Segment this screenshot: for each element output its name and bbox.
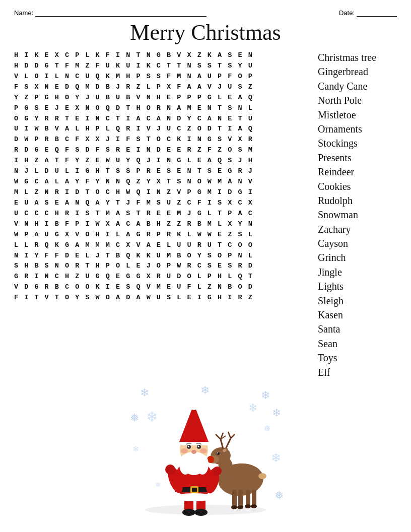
word-list-item: Santa — [318, 322, 397, 336]
grid-row: S H B S N O R T H P O L E J O P W R C S … — [14, 261, 308, 272]
svg-rect-17 — [232, 490, 237, 507]
grid-row: G R I N C H Z U G Q E G G X R U D O L P … — [14, 272, 308, 282]
grid-row: V D G R B C O O K I E S Q V M E U F L Z … — [14, 282, 308, 293]
grid-row: O G Y R R T E I N C T I A C A N D Y C A … — [14, 114, 308, 124]
grid-row: V L O I L N C U Q K M H P S S F M N A U … — [14, 72, 308, 82]
puzzle-section: H I K E X C P L K F I N T N G B V X Z K … — [14, 50, 308, 379]
grid-row: U I W B V A L H P L Q R I V J U C Z O D … — [14, 124, 308, 135]
svg-point-21 — [231, 505, 237, 509]
date-label: Date: — [339, 9, 355, 17]
grid-row: P G S E J E X N O Q D T H O R N A M E N … — [14, 103, 308, 114]
word-list-item: Elf — [318, 365, 397, 379]
svg-point-55 — [200, 448, 207, 453]
grid-row: I H Z A T F Y Z E W U Y Q J I N G L E A … — [14, 156, 308, 166]
grid-row: H D D G T F M Z F U K U I K C T T N S S … — [14, 61, 308, 72]
word-list-item: Cayson — [318, 236, 397, 250]
grid-row: D W P R B C F X X J I F S T O C K I N G … — [14, 135, 308, 145]
word-list-item: Toys — [318, 351, 397, 365]
word-list-item: Presents — [318, 151, 397, 165]
grid-row: W G C A L A Y F Y N N Q Z Y X T S N O W … — [14, 177, 308, 187]
svg-text:❄: ❄ — [132, 445, 139, 453]
word-list-item: Snowman — [318, 208, 397, 222]
header: Name: Date: — [14, 9, 397, 17]
svg-point-34 — [174, 493, 214, 501]
word-list-item: Reindeer — [318, 165, 397, 179]
word-list-item: North Pole — [318, 93, 397, 107]
word-list-item: Sean — [318, 337, 397, 351]
name-underline — [35, 10, 207, 17]
svg-line-13 — [228, 432, 231, 438]
name-label: Name: — [14, 9, 33, 17]
grid-row: H I K E X C P L K F I N T N G B V X Z K … — [14, 50, 308, 61]
svg-point-48 — [184, 453, 194, 458]
grid-row: N I Y F F D E L J T B Q K K U M B O Y S … — [14, 251, 308, 261]
svg-point-28 — [182, 509, 195, 516]
grid-row: U C C C H R I S T M A S T R E E M J G L … — [14, 209, 308, 219]
date-field: Date: — [339, 9, 397, 17]
word-list-item: Christmas tree — [318, 50, 397, 64]
grid-row: Y Z P G H O Y J U B U B V N H E P P P G … — [14, 93, 308, 103]
word-list-item: Gingerbread — [318, 64, 397, 79]
grid-row: R D G E Q F S D F S R E I N D E E R Z F … — [14, 145, 308, 156]
svg-point-23 — [245, 504, 251, 508]
svg-point-29 — [194, 509, 208, 516]
svg-point-22 — [237, 505, 243, 509]
word-list-item: Candy Cane — [318, 79, 397, 93]
word-grid: H I K E X C P L K F I N T N G B V X Z K … — [14, 50, 308, 303]
svg-line-14 — [231, 434, 235, 438]
svg-point-53 — [198, 445, 199, 447]
svg-rect-19 — [246, 490, 250, 506]
svg-point-25 — [258, 473, 266, 479]
grid-row: F I T V T O Y S W O A D A W U S L E I G … — [14, 293, 308, 303]
page: Name: Date: Merry Christmas H I K E X C … — [0, 0, 411, 532]
svg-point-54 — [181, 448, 188, 453]
word-list-item: Sleigh — [318, 294, 397, 308]
svg-point-43 — [189, 401, 198, 410]
word-list-item: Cookies — [318, 179, 397, 193]
grid-row: N J L D U L I G H T S S P R E S E N T S … — [14, 166, 308, 177]
svg-point-7 — [217, 452, 218, 453]
svg-text:❅: ❅ — [155, 481, 161, 489]
svg-line-9 — [216, 434, 221, 439]
grid-row: F S X N E D Q M D B J R Z L P X F A A V … — [14, 82, 308, 93]
name-field: Name: — [14, 9, 207, 17]
svg-point-49 — [193, 453, 203, 458]
santa-illustration: ❄ ❄ ❄ ❅ ❄ ❅ — [125, 381, 286, 517]
grid-row: L L R Q K G A M M M C X V A E L U U R U … — [14, 240, 308, 251]
svg-point-47 — [184, 459, 204, 475]
page-title: Merry Christmas — [14, 20, 397, 45]
svg-point-38 — [213, 467, 222, 476]
grid-row: M L Z N R I D T O C H W Q I N Z V P G M … — [14, 187, 308, 198]
grid-row: W P A U G X V O H I L A G R P R K L W W … — [14, 230, 308, 240]
svg-point-6 — [217, 452, 220, 455]
word-list-item: Jingle — [318, 265, 397, 279]
svg-rect-20 — [252, 490, 256, 506]
bottom-area: ❄ ❄ ❄ ❅ ❄ ❅ — [14, 381, 397, 517]
word-list-section: Christmas treeGingerbreadCandy CaneNorth… — [314, 50, 397, 379]
svg-text:❄: ❄ — [248, 402, 257, 414]
svg-rect-33 — [192, 488, 197, 492]
svg-text:❄: ❄ — [146, 409, 158, 425]
svg-point-52 — [188, 445, 189, 447]
svg-text:❅: ❅ — [263, 424, 271, 434]
svg-line-12 — [226, 438, 231, 449]
word-list-item: Stockings — [318, 136, 397, 150]
word-list-item: Ornaments — [318, 122, 397, 136]
word-list-item: Rudolph — [318, 193, 397, 208]
grid-row: V N H I B F P I W X A C A B H Z Z R B M … — [14, 219, 308, 230]
santa-svg: ❄ ❄ ❅ ❄ ❄ ❅ — [125, 386, 286, 517]
date-underline — [357, 10, 397, 17]
word-list-item: Mistletoe — [318, 108, 397, 122]
word-list-item: Grinch — [318, 250, 397, 264]
word-list-item: Zachary — [318, 222, 397, 236]
grid-row: E U A S E A N Q A Y T J F M S U Z C F I … — [14, 198, 308, 209]
svg-rect-18 — [238, 490, 243, 507]
word-list-item: Lights — [318, 279, 397, 293]
word-list-item: Kasen — [318, 308, 397, 322]
svg-point-36 — [165, 464, 175, 475]
svg-point-24 — [251, 504, 257, 508]
main-content: H I K E X C P L K F I N T N G B V X Z K … — [14, 50, 397, 379]
svg-text:❄: ❄ — [271, 451, 281, 464]
svg-point-56 — [191, 450, 196, 454]
